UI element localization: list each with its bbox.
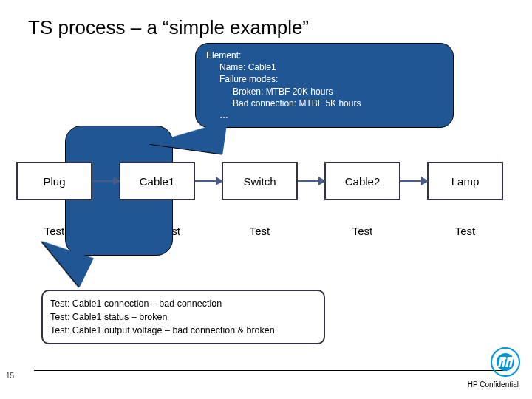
flow-box-cable1: Cable1	[119, 162, 195, 200]
page-number: 15	[6, 372, 14, 380]
callout-line: Broken: MTBF 20K hours	[233, 86, 444, 98]
callout-line: Test: Cable1 output voltage – bad connec…	[50, 324, 316, 337]
callout-line: Test: Cable1 connection – bad connection	[50, 297, 316, 310]
callout-tests: Test: Cable1 connection – bad connection…	[41, 290, 325, 344]
test-label: Test	[324, 225, 400, 237]
callout-line: Element:	[206, 50, 444, 61]
callout-line: …	[219, 109, 444, 121]
slide-title: TS process – a “simple example”	[28, 16, 309, 39]
arrow-icon	[298, 180, 324, 182]
flow-box-cable2: Cable2	[324, 162, 400, 200]
test-label: Test	[16, 225, 92, 237]
test-row: Test st Test Test Test	[16, 225, 519, 237]
callout-element-detail: Element: Name: Cable1 Failure modes: Bro…	[195, 43, 454, 128]
callout-line: Failure modes:	[219, 73, 444, 85]
test-label: Test	[222, 225, 298, 237]
footer-rule	[34, 370, 507, 371]
flow-box-switch: Switch	[222, 162, 298, 200]
callout-line: Test: Cable1 status – broken	[50, 310, 316, 324]
flow-box-plug: Plug	[16, 162, 92, 200]
footer-confidential: HP Confidential	[468, 381, 519, 389]
test-label-partial: st	[119, 225, 195, 237]
arrow-icon	[400, 180, 427, 182]
test-label: Test	[427, 225, 503, 237]
arrow-icon	[195, 180, 222, 182]
flow-diagram: Plug Cable1 Switch Cable2 Lamp	[16, 162, 519, 200]
flow-box-lamp: Lamp	[427, 162, 503, 200]
arrow-icon	[92, 180, 119, 182]
callout-line: Name: Cable1	[219, 61, 444, 73]
hp-logo-icon	[491, 347, 520, 377]
callout-line: Bad connection: MTBF 5K hours	[233, 98, 444, 109]
